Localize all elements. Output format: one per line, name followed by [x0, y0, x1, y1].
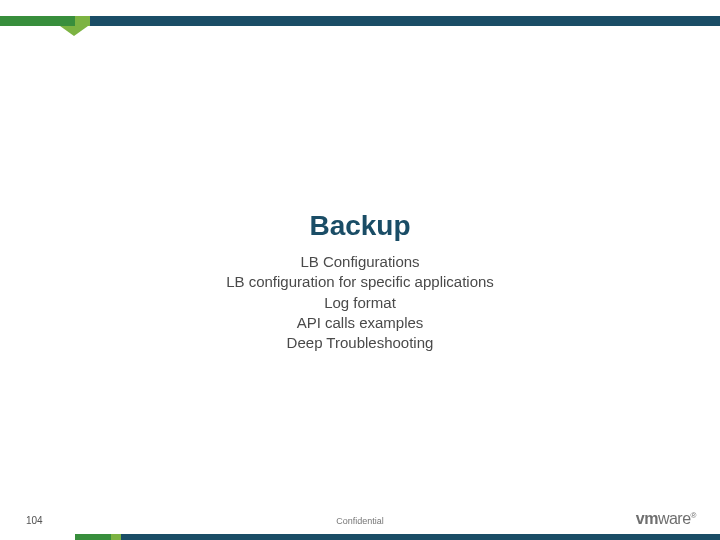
top-bar-segment-green — [0, 16, 75, 26]
subtitle-line: Deep Troubleshooting — [0, 333, 720, 353]
slide: Backup LB Configurations LB configuratio… — [0, 0, 720, 540]
top-accent-bar — [0, 16, 720, 26]
subtitle-line: API calls examples — [0, 313, 720, 333]
bottom-bar-segment-green — [75, 534, 111, 540]
subtitle-line: LB Configurations — [0, 252, 720, 272]
subtitle-line: LB configuration for specific applicatio… — [0, 272, 720, 292]
triangle-accent-icon — [60, 26, 88, 36]
logo-ware: ware — [658, 510, 691, 527]
logo-registered-icon: ® — [691, 511, 696, 520]
subtitle-line: Log format — [0, 293, 720, 313]
logo-vm: vm — [636, 510, 658, 527]
bottom-accent-bar — [75, 534, 720, 540]
bottom-bar-segment-teal — [121, 534, 720, 540]
bottom-bar-segment-lightgreen — [111, 534, 121, 540]
slide-title: Backup — [0, 210, 720, 242]
top-bar-segment-teal — [90, 16, 720, 26]
top-bar-segment-lightgreen — [75, 16, 90, 26]
slide-subtitles: LB Configurations LB configuration for s… — [0, 252, 720, 353]
confidential-label: Confidential — [0, 516, 720, 526]
footer: 104 Confidential vmware® — [0, 502, 720, 540]
vmware-logo: vmware® — [636, 510, 696, 528]
